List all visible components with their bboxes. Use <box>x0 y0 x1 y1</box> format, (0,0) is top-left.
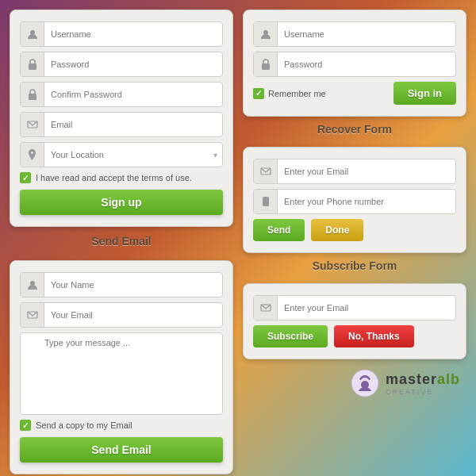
recover-email-field[interactable] <box>278 167 455 176</box>
location-input-row[interactable]: ▾ <box>20 142 223 167</box>
left-column: ▾ I have read and accept the terms of us… <box>10 10 233 474</box>
subscribe-button[interactable]: Subscribe <box>253 325 328 347</box>
user-icon <box>21 22 44 46</box>
signup-confirm-password-field[interactable] <box>44 90 222 99</box>
logo-main-text: masteralb <box>386 371 460 388</box>
send-email-section-title: Send Email <box>10 235 233 248</box>
signin-remember-row: Remember me Sign in <box>253 82 456 105</box>
location-dropdown-arrow: ▾ <box>213 151 222 159</box>
no-thanks-button[interactable]: No, Thanks <box>334 325 414 347</box>
svg-rect-1 <box>29 63 36 70</box>
subscribe-form-title: Subscribe Form <box>243 259 466 272</box>
signin-username-row[interactable] <box>253 21 456 47</box>
signup-location-field[interactable] <box>44 150 213 159</box>
send-email-input-row[interactable] <box>20 302 223 328</box>
username-input-row[interactable] <box>20 21 223 47</box>
location-icon <box>21 143 44 167</box>
svg-point-10 <box>265 205 267 206</box>
recover-form: Send Done <box>243 147 466 253</box>
recover-phone-icon <box>254 190 278 213</box>
recover-buttons-row: Send Done <box>253 219 456 241</box>
subscribe-email-row[interactable] <box>253 295 456 321</box>
recover-form-title: Recover Form <box>243 123 466 136</box>
svg-rect-2 <box>29 94 36 100</box>
signup-email-input-row[interactable] <box>20 112 223 137</box>
password-input-row[interactable] <box>20 52 223 77</box>
recover-email-icon <box>254 159 278 183</box>
right-column: Remember me Sign in Recover Form <box>243 10 466 474</box>
signin-password-field[interactable] <box>278 60 455 69</box>
signin-password-row[interactable] <box>253 52 456 77</box>
recover-phone-row[interactable] <box>253 189 456 214</box>
signup-password-field[interactable] <box>44 60 222 69</box>
signup-form: ▾ I have read and accept the terms of us… <box>10 10 233 227</box>
signin-user-icon <box>254 22 278 46</box>
signup-button[interactable]: Sign up <box>20 190 223 215</box>
signin-remember-label: Remember me <box>268 89 326 98</box>
subscribe-email-icon <box>254 296 278 320</box>
send-name-field[interactable] <box>44 280 222 290</box>
recover-email-row[interactable] <box>253 159 456 184</box>
confirm-password-input-row[interactable] <box>20 82 223 107</box>
recover-send-button[interactable]: Send <box>253 219 305 241</box>
logo-highlight: alb <box>437 371 460 387</box>
terms-label: I have read and accept the terms of use. <box>36 173 192 182</box>
terms-checkbox[interactable] <box>20 172 31 183</box>
send-email-form: Send a copy to my Email Send Email <box>10 260 233 474</box>
send-message-icon <box>21 338 44 409</box>
subscribe-buttons-row: Subscribe No, Thanks <box>253 325 456 347</box>
signin-username-field[interactable] <box>278 29 455 39</box>
lock-confirm-icon <box>21 83 44 106</box>
signin-form: Remember me Sign in <box>243 10 466 117</box>
recover-phone-field[interactable] <box>278 197 455 206</box>
email-icon <box>21 113 44 136</box>
signin-remember-label-group[interactable]: Remember me <box>253 88 389 99</box>
signin-button[interactable]: Sign in <box>393 82 456 105</box>
lock-icon <box>21 52 44 76</box>
logo-icon <box>351 369 379 397</box>
send-message-textarea-row[interactable] <box>20 332 223 415</box>
logo-sub-text: creative <box>386 388 460 396</box>
send-user-icon <box>21 273 44 297</box>
recover-done-button[interactable]: Done <box>311 219 363 241</box>
subscribe-form: Subscribe No, Thanks <box>243 283 466 359</box>
logo-text: masteralb creative <box>386 371 460 396</box>
signup-email-field[interactable] <box>44 120 222 129</box>
svg-rect-7 <box>262 63 270 70</box>
signin-lock-icon <box>254 52 278 76</box>
signin-remember-checkbox[interactable] <box>253 88 264 99</box>
terms-checkbox-row[interactable]: I have read and accept the terms of use. <box>20 172 223 183</box>
send-copy-label: Send a copy to my Email <box>36 420 132 430</box>
send-email-field[interactable] <box>44 310 222 320</box>
send-email-button[interactable]: Send Email <box>20 437 223 463</box>
send-name-input-row[interactable] <box>20 272 223 298</box>
signup-username-field[interactable] <box>44 29 222 39</box>
send-copy-checkbox-row[interactable]: Send a copy to my Email <box>20 420 223 431</box>
subscribe-email-field[interactable] <box>278 303 455 313</box>
send-message-field[interactable] <box>44 338 216 409</box>
logo-area: masteralb creative <box>243 366 466 401</box>
send-email-icon <box>21 303 44 327</box>
send-copy-checkbox[interactable] <box>20 420 31 431</box>
